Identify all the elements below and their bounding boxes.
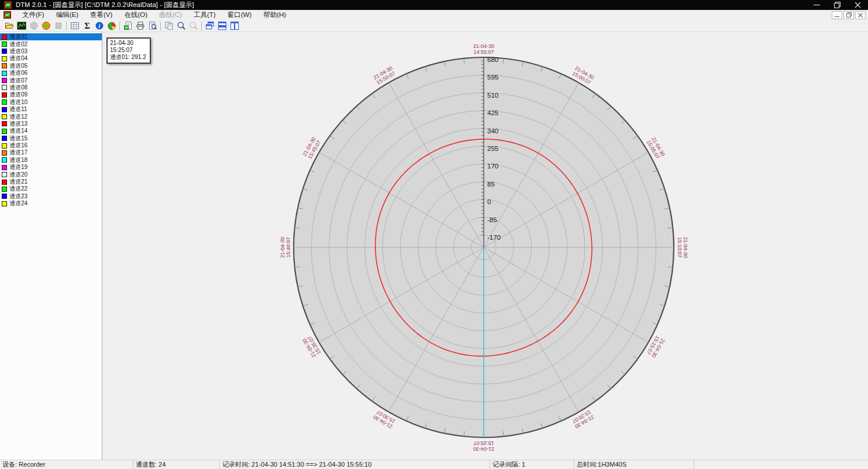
zoom-in-button[interactable] <box>175 20 187 32</box>
tile-horizontal-icon <box>218 21 227 30</box>
close-button[interactable] <box>848 0 868 10</box>
channel-item-14[interactable]: 通道14 <box>0 127 102 135</box>
channel-color-chip <box>2 129 7 134</box>
status-channel-count: 通道数: 24 <box>133 460 220 469</box>
restore-button[interactable] <box>827 0 848 10</box>
svg-text:21-04-30: 21-04-30 <box>473 446 494 452</box>
channel-color-chip <box>2 35 7 40</box>
export-report-button[interactable] <box>122 20 134 32</box>
cascade-windows-button[interactable] <box>204 20 216 32</box>
channel-item-4[interactable]: 通道04 <box>0 55 102 62</box>
channel-item-3[interactable]: 通道03 <box>0 48 102 55</box>
statistics-sigma-icon: Σ <box>82 21 92 30</box>
channel-color-chip <box>2 56 7 61</box>
channel-item-16[interactable]: 通道16 <box>0 142 102 149</box>
channel-color-chip <box>2 201 7 206</box>
radial-tick-label: 255 <box>487 145 498 152</box>
zoom-out-icon <box>189 21 198 30</box>
print-preview-button[interactable] <box>146 20 159 32</box>
app-icon <box>4 1 12 9</box>
tile-horizontal-button[interactable] <box>216 20 228 32</box>
channel-item-12[interactable]: 通道12 <box>0 113 102 120</box>
menu-item-6[interactable]: 窗口(W) <box>222 10 258 20</box>
radial-tick-label: 0 <box>487 198 491 205</box>
minimize-button[interactable] <box>807 0 827 10</box>
record-pause-button <box>27 20 40 32</box>
channel-item-13[interactable]: 通道13 <box>0 120 102 127</box>
data-table-button[interactable] <box>68 20 81 32</box>
channel-item-24[interactable]: 通道24 <box>0 200 102 207</box>
menu-item-2[interactable]: 查看(V) <box>84 10 118 20</box>
time-label: 21-04-3015:10:07 <box>677 237 688 258</box>
toolbar: Σi <box>0 20 868 32</box>
status-empty <box>694 460 868 469</box>
print-button[interactable] <box>134 20 146 32</box>
record-start-button[interactable] <box>40 20 52 32</box>
mdi-close-button[interactable] <box>855 11 866 19</box>
copy-button[interactable] <box>163 20 175 32</box>
channel-item-11[interactable]: 通道11 <box>0 106 102 113</box>
channel-item-1[interactable]: 通道01 <box>0 33 102 40</box>
channel-color-chip <box>2 85 7 90</box>
main-content: 通道01通道02通道03通道04通道05通道06通道07通道08通道09通道10… <box>0 32 868 460</box>
channel-color-chip <box>2 172 7 177</box>
channel-color-chip <box>2 49 7 54</box>
channel-color-chip <box>2 63 7 68</box>
channel-item-8[interactable]: 通道08 <box>0 84 102 91</box>
channel-item-6[interactable]: 通道06 <box>0 70 102 77</box>
statusbar: 设备: Recorder 通道数: 24 记录时间: 21-04-30 14:5… <box>0 460 868 469</box>
channel-item-23[interactable]: 通道23 <box>0 193 102 200</box>
window-title: DTM 2.0.1 - [圆盘显示] [C:\DTM 2.0.2\RealDat… <box>16 1 194 9</box>
svg-text:15:25:07: 15:25:07 <box>473 440 494 446</box>
channel-item-2[interactable]: 通道02 <box>0 40 102 47</box>
pie-chart-button[interactable] <box>105 20 118 32</box>
mdi-restore-button[interactable] <box>843 11 854 19</box>
info-button[interactable]: i <box>93 20 105 32</box>
zoom-out-button <box>187 20 199 32</box>
channel-color-chip <box>2 180 7 185</box>
channel-item-9[interactable]: 通道09 <box>0 91 102 98</box>
channel-list: 通道01通道02通道03通道04通道05通道06通道07通道08通道09通道10… <box>0 32 102 460</box>
channel-color-chip <box>2 165 7 170</box>
channel-item-7[interactable]: 通道07 <box>0 77 102 84</box>
record-start-icon <box>42 21 51 30</box>
data-tooltip: 21-04-30 15:25:07 通道01: 291.2 <box>106 37 151 64</box>
statistics-sigma-button[interactable]: Σ <box>81 20 93 32</box>
channel-item-20[interactable]: 通道20 <box>0 171 102 178</box>
mdi-minimize-button[interactable] <box>832 11 842 19</box>
svg-text:14:55:07: 14:55:07 <box>473 49 494 55</box>
channel-item-19[interactable]: 通道19 <box>0 164 102 171</box>
status-total-time: 总时间:1H3M40S <box>574 460 694 469</box>
time-label: 21-04-3015:25:07 <box>473 440 494 452</box>
channel-color-chip <box>2 99 7 105</box>
channel-item-18[interactable]: 通道18 <box>0 157 102 164</box>
window-controls <box>807 0 868 10</box>
radial-tick-label: -170 <box>487 234 501 241</box>
toolbar-separator <box>160 22 161 30</box>
view-chart-button[interactable] <box>15 20 27 32</box>
zoom-in-icon <box>177 21 186 30</box>
svg-text:21-04-30: 21-04-30 <box>473 43 494 49</box>
channel-item-22[interactable]: 通道22 <box>0 185 102 192</box>
open-file-button[interactable] <box>3 20 15 32</box>
polar-chart-canvas[interactable]: 680595510425340255170850-85-17021-04-301… <box>102 32 867 460</box>
channel-item-21[interactable]: 通道21 <box>0 178 102 185</box>
print-preview-icon <box>148 21 157 30</box>
channel-color-chip <box>2 157 7 163</box>
status-record-interval: 记录间隔: 1 <box>490 460 574 469</box>
record-pause-icon <box>29 21 39 30</box>
channel-item-15[interactable]: 通道15 <box>0 135 102 142</box>
channel-item-17[interactable]: 通道17 <box>0 149 102 156</box>
menu-item-5[interactable]: 工具(T) <box>188 10 222 20</box>
menu-item-7[interactable]: 帮助(H) <box>257 10 292 20</box>
radial-tick-label: 425 <box>487 109 498 116</box>
menu-item-1[interactable]: 编辑(E) <box>50 10 84 20</box>
radial-tick-label: 85 <box>487 181 495 188</box>
radial-tick-label: -85 <box>487 216 497 223</box>
channel-item-10[interactable]: 通道10 <box>0 99 102 106</box>
channel-item-5[interactable]: 通道05 <box>0 63 102 70</box>
tooltip-value: 通道01: 291.2 <box>110 54 146 61</box>
tile-vertical-button[interactable] <box>228 20 240 32</box>
menu-item-3[interactable]: 在线(O) <box>118 10 153 20</box>
menu-item-0[interactable]: 文件(F) <box>16 10 50 20</box>
